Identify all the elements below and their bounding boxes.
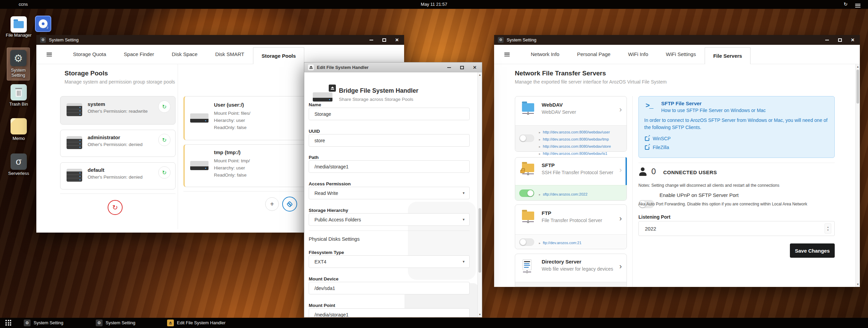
field-label-path: Path <box>309 155 319 160</box>
step-down-icon[interactable]: ▾ <box>827 229 829 232</box>
dialog-subheading: Share Storage across Storage Pools <box>339 97 413 102</box>
path-input[interactable] <box>309 160 470 173</box>
tab-wifi-settings[interactable]: WiFi Settings <box>657 45 705 64</box>
pool-card-administrator[interactable]: administrator Other's Permission: denied… <box>60 130 176 157</box>
fsh-card-user[interactable]: User (user:/) Mount Point: files/ Hierar… <box>183 96 312 140</box>
dialog-titlebar[interactable]: Edit File System Handler × <box>304 62 482 72</box>
chevron-right-icon[interactable]: › <box>619 262 622 271</box>
close-button[interactable]: × <box>391 35 403 45</box>
tab-wifi-info[interactable]: WiFi Info <box>619 45 657 64</box>
pool-sync-button[interactable]: ↻ <box>158 166 170 179</box>
pool-name: default <box>88 167 104 173</box>
storage-hierarchy-select[interactable]: Public Access Folders ▾ <box>309 213 470 226</box>
tab-disk-space[interactable]: Disk Space <box>163 45 206 64</box>
desktop-icon-music[interactable]: ♪ <box>35 16 51 32</box>
mount-point-input[interactable] <box>309 308 470 317</box>
desktop-icon-system-setting[interactable]: ⚙ <box>10 50 26 66</box>
scroll-down-icon[interactable]: ▾ <box>478 313 482 316</box>
scroll-up-icon[interactable]: ▴ <box>856 65 860 69</box>
chain-link-icon <box>286 201 293 207</box>
minimize-button[interactable] <box>365 35 378 45</box>
window-scrollbar[interactable]: ▴ ▾ <box>855 64 860 287</box>
server-desc: File Transfer Protocol Server <box>542 218 602 223</box>
server-card-directory[interactable]: Directory Server Web file viewer for leg… <box>515 254 627 287</box>
close-button[interactable]: × <box>468 62 481 72</box>
tab-personal-page[interactable]: Personal Page <box>568 45 619 64</box>
scrollbar-thumb[interactable] <box>478 208 481 273</box>
desktop-icon-trash-bin[interactable] <box>11 84 27 101</box>
select-value: Read Write <box>314 190 338 196</box>
mount-device-input[interactable] <box>309 282 470 294</box>
reload-pools-button[interactable]: ↻ <box>108 200 123 215</box>
chevron-right-icon[interactable]: › <box>619 105 622 114</box>
webdav-link[interactable]: http://dev.arozos.com:8080/webdav/store <box>543 144 611 148</box>
uuid-input[interactable] <box>309 134 470 147</box>
bullet-icon: ▸ <box>539 241 541 245</box>
top-menu-icon[interactable] <box>855 3 861 8</box>
menu-icon[interactable] <box>504 52 510 57</box>
webdav-link[interactable]: http://dev.arozos.com:8080/webdav/user <box>543 130 610 134</box>
server-card-webdav[interactable]: WebDAV WebDAV Server › ▸http://dev.arozo… <box>515 96 627 152</box>
fsh-card-tmp[interactable]: tmp (tmp:/) Mount Point: tmp/ Hierarchy:… <box>183 144 312 187</box>
desktop-icon-memo[interactable] <box>11 118 27 134</box>
link-handler-button[interactable] <box>282 197 297 212</box>
tab-file-servers[interactable]: File Servers <box>705 47 751 64</box>
add-handler-button[interactable]: + <box>265 197 279 211</box>
webdav-link[interactable]: http://dev.arozos.com:8080/webdav/tmp <box>543 137 609 141</box>
maximize-button[interactable] <box>833 35 846 45</box>
window-titlebar[interactable]: ⚙ System Setting × <box>36 35 404 45</box>
webdav-toggle[interactable] <box>519 134 534 142</box>
scroll-up-icon[interactable]: ▴ <box>478 73 482 77</box>
menu-icon[interactable] <box>47 52 52 57</box>
ftp-toggle[interactable] <box>519 238 534 246</box>
desktop-icon-serverless[interactable]: σ <box>11 153 27 170</box>
tab-space-finder[interactable]: Space Finder <box>115 45 163 64</box>
step-up-icon[interactable]: ▴ <box>827 225 829 229</box>
scrollbar-thumb[interactable] <box>856 70 859 104</box>
number-stepper[interactable]: ▴ ▾ <box>825 223 831 234</box>
sync-status-icon[interactable]: ↻ <box>844 1 848 7</box>
scroll-down-icon[interactable]: ▾ <box>856 283 860 286</box>
minimize-button[interactable] <box>442 62 455 72</box>
fsh-readonly: ReadOnly: false <box>214 125 247 130</box>
window-titlebar[interactable]: ⚙ System Setting × <box>494 35 860 45</box>
port-value[interactable] <box>639 221 834 236</box>
app-launcher-icon[interactable] <box>5 320 11 326</box>
ftp-link[interactable]: ftp://dev.arozos.com:21 <box>543 241 582 245</box>
save-changes-button[interactable]: Save Changes <box>790 243 835 258</box>
taskbar-item-edit-fsh[interactable]: Edit File System Handler <box>167 318 225 328</box>
server-card-sftp[interactable]: SFTP SSH File Transfer Protocol Server ›… <box>515 157 627 201</box>
access-permission-select[interactable]: Read Write ▾ <box>309 187 470 199</box>
pool-sync-button[interactable]: ↻ <box>158 101 170 113</box>
chevron-down-icon: ▾ <box>463 217 465 222</box>
maximize-button[interactable] <box>378 35 391 45</box>
sftp-toggle[interactable] <box>519 189 534 197</box>
sftp-link[interactable]: sftp://dev.arozos.com:2022 <box>543 192 587 196</box>
taskbar-item-system-setting-1[interactable]: ⚙ System Setting <box>24 318 63 328</box>
page-title: Storage Pools <box>65 70 108 77</box>
client-link-filezilla[interactable]: ↗FileZilla <box>645 145 669 150</box>
minimize-button[interactable] <box>820 35 833 45</box>
name-input[interactable] <box>309 108 470 120</box>
chevron-right-icon[interactable]: › <box>619 214 622 223</box>
webdav-link[interactable]: http://dev.arozos.com:8080/webdav/is1 <box>543 151 608 156</box>
listening-port-input[interactable]: ▴ ▾ <box>638 221 835 236</box>
tab-disk-smart[interactable]: Disk SMART <box>206 45 253 64</box>
tab-network-info[interactable]: Network Info <box>522 45 568 64</box>
tab-storage-pools[interactable]: Storage Pools <box>253 47 304 64</box>
pool-card-system[interactable]: system Other's Permission: readwrite ↻ <box>60 96 176 125</box>
pool-sync-button[interactable]: ↻ <box>158 134 170 146</box>
pool-card-default[interactable]: default Other's Permission: denied ↻ <box>60 162 176 189</box>
tab-storage-quota[interactable]: Storage Quota <box>64 45 115 64</box>
gear-icon: ⚙ <box>498 37 504 43</box>
maximize-button[interactable] <box>455 62 468 72</box>
gear-icon: ⚙ <box>96 320 103 326</box>
filesystem-type-select[interactable]: EXT4 ▾ <box>309 255 470 268</box>
desktop-icon-file-manager[interactable] <box>11 16 27 33</box>
close-button[interactable]: × <box>846 35 859 45</box>
chevron-right-icon[interactable]: › <box>619 166 622 175</box>
dialog-scrollbar[interactable]: ▴ ▾ <box>477 72 482 317</box>
client-link-winscp[interactable]: ↗WinSCP <box>645 136 671 141</box>
server-card-ftp[interactable]: FTP File Transfer Protocol Server › ▸ftp… <box>515 204 627 249</box>
taskbar-item-system-setting-2[interactable]: ⚙ System Setting <box>96 318 135 328</box>
